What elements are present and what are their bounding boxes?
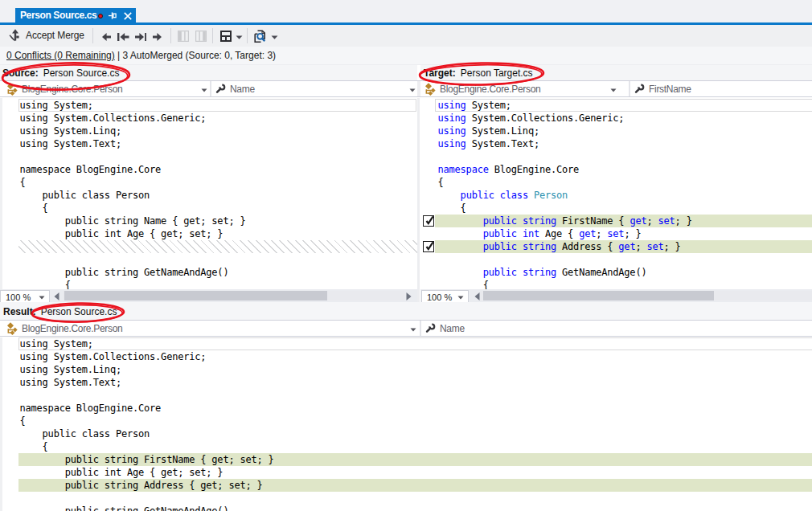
code-line: { — [438, 202, 466, 215]
combo-value-text: FirstName — [649, 84, 691, 95]
accept-change-checkbox[interactable] — [423, 241, 434, 252]
combo-value-text: Name — [230, 84, 255, 95]
toolbar-separator — [170, 28, 171, 43]
source-pane-view-button — [178, 31, 189, 42]
code-line: using System.Linq; — [20, 363, 121, 376]
source-hscrollbar-thumb[interactable] — [64, 291, 327, 300]
merge-toolbar: Accept Merge — [0, 25, 812, 47]
chevron-down-icon — [201, 88, 207, 92]
code-line: using System; — [20, 337, 93, 350]
result-file-name: Person Source.cs — [41, 306, 117, 317]
gutter-strip — [0, 337, 2, 511]
code-line: public class Person — [20, 189, 150, 202]
vs-merge-window: Person Source.cs Accept Merge — [0, 0, 812, 511]
zoom-level-text: 100 % — [427, 292, 452, 302]
code-line: using System.Collections.Generic; — [438, 112, 625, 125]
chevron-down-icon — [457, 296, 464, 300]
automerged-count-text: | 3 AutoMerged (Source: 0, Target: 3) — [115, 50, 276, 61]
scroll-left-icon[interactable] — [54, 292, 59, 300]
source-scope-combo[interactable]: BlogEngine.Core.Person — [0, 81, 210, 96]
target-scope-combo[interactable]: BlogEngine.Core.Person — [420, 81, 629, 96]
code-line: public string Address { get; set; } — [438, 240, 681, 253]
code-line: public int Age { get; set; } — [20, 466, 224, 479]
merge-layout-icon[interactable] — [220, 31, 232, 42]
result-scope-combo[interactable]: BlogEngine.Core.Person — [0, 321, 420, 336]
next-conflict-button[interactable] — [135, 33, 147, 41]
code-line: public string FirstName { get; set; } — [20, 453, 274, 466]
code-line: public class Person — [20, 427, 150, 440]
target-label: Target: — [424, 67, 456, 79]
code-line: { — [20, 176, 26, 189]
target-pane-view-button — [195, 31, 207, 42]
code-line: { — [20, 202, 48, 215]
source-member-combo[interactable]: Name — [211, 81, 417, 96]
target-bottom-bar: 100 % — [420, 289, 812, 302]
source-pane-header: Source:Person Source.cs — [0, 65, 417, 80]
toolbar-separator — [92, 28, 93, 43]
scroll-left-icon[interactable] — [474, 292, 480, 300]
conflicts-summary-bar: 0 Conflicts (0 Remaining) | 3 AutoMerged… — [0, 47, 812, 65]
code-line: { — [438, 176, 444, 189]
missing-lines-hatch — [18, 240, 417, 253]
accept-merge-label: Accept Merge — [26, 30, 84, 41]
code-line: using System.Collections.Generic; — [20, 112, 207, 125]
accept-change-checkbox[interactable] — [423, 215, 434, 227]
accept-merge-button[interactable]: Accept Merge — [8, 25, 84, 47]
code-line: namespace BlogEngine.Core — [20, 163, 162, 176]
code-line: public class Person — [438, 189, 568, 202]
result-code-pane[interactable]: using System;using System.Collections.Ge… — [0, 337, 812, 511]
gutter-strip — [0, 98, 2, 289]
code-line: using System.Text; — [438, 137, 539, 150]
combo-value-text: BlogEngine.Core.Person — [22, 84, 122, 95]
result-member-combo[interactable]: Name — [421, 321, 812, 336]
navigation-bar-top: BlogEngine.Core.Person Name BlogEngine.C… — [0, 80, 812, 97]
pin-icon[interactable] — [109, 12, 117, 19]
previous-difference-button[interactable] — [102, 33, 111, 41]
navigation-bar-result: BlogEngine.Core.Person Name — [0, 320, 812, 337]
compare-files-icon[interactable] — [253, 30, 267, 43]
pane-divider — [417, 98, 420, 302]
scroll-right-icon[interactable] — [406, 292, 412, 300]
source-bottom-bar: 100 % — [0, 289, 417, 302]
source-file-name: Person Source.cs — [43, 67, 120, 79]
code-line: using System.Text; — [20, 137, 121, 150]
class-icon — [7, 83, 18, 96]
document-tab-label: Person Source.cs — [20, 10, 96, 21]
code-line: { — [20, 415, 26, 427]
target-member-combo[interactable]: FirstName — [630, 81, 812, 96]
dropdown-caret-icon[interactable] — [236, 35, 243, 39]
document-tab[interactable]: Person Source.cs — [15, 8, 136, 23]
next-difference-button[interactable] — [153, 33, 162, 41]
zoom-level-text: 100 % — [6, 292, 31, 302]
accept-merge-icon — [8, 28, 22, 43]
code-line: { — [438, 279, 489, 289]
toolbar-separator — [247, 28, 248, 43]
target-hscrollbar-thumb[interactable] — [483, 291, 714, 300]
conflicts-count-link[interactable]: 0 Conflicts (0 Remaining) — [6, 50, 115, 61]
code-line: public int Age { get; set; } — [438, 227, 642, 240]
previous-conflict-button[interactable] — [117, 33, 129, 41]
modified-dot-icon — [98, 14, 103, 18]
toolbar-separator — [212, 28, 213, 43]
combo-value-text: BlogEngine.Core.Person — [22, 323, 122, 334]
chevron-down-icon — [39, 296, 45, 300]
dropdown-caret-icon[interactable] — [271, 35, 278, 39]
code-line: { — [20, 279, 71, 289]
chevron-down-icon — [409, 88, 416, 92]
current-line-box — [18, 337, 812, 350]
target-file-name: Person Target.cs — [461, 67, 533, 79]
combo-value-text: Name — [440, 323, 465, 334]
chevron-down-icon — [410, 328, 416, 332]
code-line: namespace BlogEngine.Core — [20, 402, 162, 415]
wrench-icon — [425, 323, 436, 333]
combo-value-text: BlogEngine.Core.Person — [440, 84, 540, 95]
class-icon — [425, 83, 436, 96]
code-line: public string GetNameAndAge() — [20, 266, 229, 279]
code-line: using System; — [20, 99, 93, 112]
close-icon[interactable] — [124, 12, 132, 20]
code-line: using System.Collections.Generic; — [20, 350, 207, 363]
source-code-pane[interactable]: using System;using System.Collections.Ge… — [0, 98, 417, 289]
code-line: { — [20, 440, 48, 453]
code-line: public string Address { get; set; } — [20, 479, 263, 492]
target-code-pane[interactable]: using System;using System.Collections.Ge… — [420, 98, 812, 289]
